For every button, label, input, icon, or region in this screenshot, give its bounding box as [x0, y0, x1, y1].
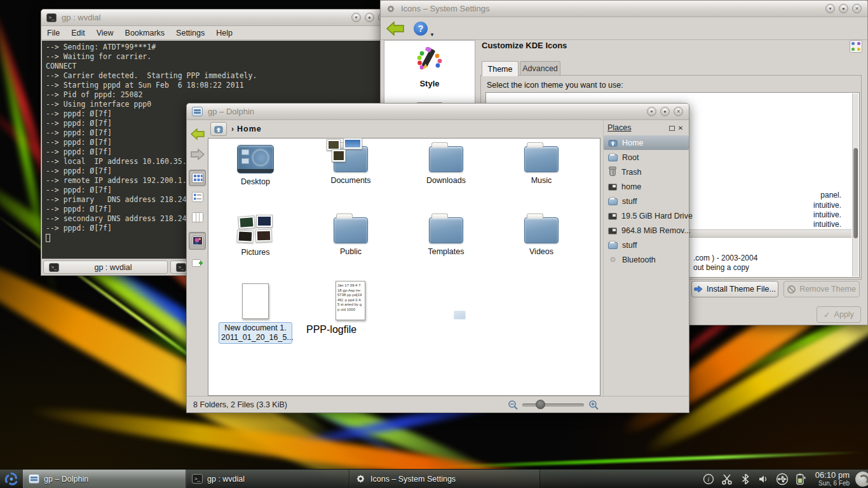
clock-date: Sun, 6 Feb [815, 480, 850, 487]
taskbar-task-wvdial[interactable]: >_ gp : wvdial [186, 470, 349, 488]
folder-item-documents[interactable]: Documents [306, 144, 395, 185]
battery-icon[interactable] [794, 473, 807, 485]
minimize-button[interactable]: ▾ [825, 4, 835, 13]
volume-icon[interactable] [757, 473, 770, 485]
breadcrumb-home-button[interactable] [210, 122, 227, 136]
notifications-info-icon[interactable]: i [702, 473, 715, 485]
folder-item-desktop[interactable]: Desktop [211, 144, 300, 186]
settings-window-title: Icons – System Settings [401, 4, 489, 13]
terminal-tab-icon: >_ [49, 263, 59, 272]
terminal-titlebar[interactable]: >_ gp : wvdial ▾ ● ✕ [41, 10, 393, 26]
folder-icon [608, 198, 618, 205]
install-theme-button[interactable]: Install Theme File... [691, 281, 778, 297]
places-item-stuff[interactable]: stuff [604, 194, 689, 208]
folder-icon [608, 242, 618, 249]
back-arrow-icon [190, 128, 205, 140]
dolphin-window: gp – Dolphin ▾ ● ✕ › Home [186, 103, 689, 413]
minimize-button[interactable]: ▾ [351, 13, 361, 22]
plasma-toolbox-icon[interactable] [855, 471, 868, 487]
help-icon[interactable]: ? [414, 22, 428, 36]
zoom-slider-track[interactable] [522, 403, 584, 407]
desktop-folder-icon [237, 145, 274, 173]
places-item-root[interactable]: Root [604, 150, 689, 165]
terminal-app-icon: >_ [46, 13, 57, 22]
clock[interactable]: 06:10 pm Sun, 6 Feb [815, 471, 850, 487]
dolphin-titlebar[interactable]: gp – Dolphin ▾ ● ✕ [187, 104, 689, 120]
scrollbar-thumb[interactable] [853, 148, 858, 238]
places-item-removable[interactable]: 964.8 MiB Remov... [604, 223, 689, 238]
back-button[interactable] [189, 125, 206, 143]
back-arrow-icon[interactable] [386, 21, 405, 36]
folder-item-pictures[interactable]: Pictures [211, 215, 300, 257]
folder-item-music[interactable]: Music [497, 144, 586, 185]
icons-view-button[interactable] [189, 170, 206, 186]
taskbar-task-dolphin[interactable]: gp – Dolphin [23, 470, 186, 488]
details-view-button[interactable] [189, 189, 206, 205]
folder-item-public[interactable]: Public [306, 215, 395, 256]
places-item-stuff-2[interactable]: stuff [604, 238, 689, 252]
klipper-scissors-icon[interactable] [721, 473, 733, 485]
folder-item-downloads[interactable]: Downloads [402, 144, 491, 185]
dolphin-folder-view[interactable]: Desktop Documents Downloads Music [208, 138, 600, 396]
clock-time: 06:10 pm [815, 471, 850, 480]
zoom-slider-handle[interactable] [536, 400, 545, 409]
preview-icon [192, 236, 203, 246]
taskbar-task-system-settings[interactable]: Icons – System Settings [349, 470, 540, 488]
menu-edit[interactable]: Edit [65, 29, 91, 37]
drive-icon [608, 184, 617, 191]
close-button[interactable]: ✕ [674, 107, 683, 116]
minimize-button[interactable]: ▾ [647, 107, 656, 116]
sidebar-item-style[interactable]: Style [384, 41, 475, 88]
forward-button[interactable] [189, 146, 206, 163]
menu-file[interactable]: File [41, 29, 65, 37]
remove-theme-button[interactable]: Remove Theme [783, 281, 860, 297]
breadcrumb-home[interactable]: Home [237, 125, 262, 133]
home-icon [608, 139, 618, 147]
zoom-out-icon[interactable] [508, 400, 519, 410]
places-item-trash[interactable]: Trash [604, 165, 689, 179]
preview-toggle-button[interactable] [189, 232, 206, 250]
terminal-tab-active[interactable]: >_ gp : wvdial [43, 261, 168, 274]
float-panel-icon[interactable] [669, 126, 675, 131]
menu-help[interactable]: Help [210, 29, 238, 37]
scrollbar[interactable] [852, 93, 858, 276]
terminal-menubar: File Edit View Bookmarks Settings Help [41, 26, 393, 40]
places-item-bluetooth[interactable]: Bluetooth [604, 252, 689, 267]
maximize-button[interactable]: ● [660, 107, 670, 116]
module-overview-icon[interactable] [850, 40, 862, 53]
taskbar: gp – Dolphin >_ gp : wvdial Icons – Syst… [0, 469, 868, 488]
split-view-button[interactable] [189, 255, 206, 271]
dolphin-app-icon [29, 474, 39, 484]
selected-file-label: New document 1. 2011_01_20_16_5... [219, 322, 292, 344]
menu-view[interactable]: View [91, 29, 119, 37]
zoom-in-icon[interactable] [588, 400, 599, 410]
app-launcher-button[interactable] [0, 470, 23, 488]
menu-bookmarks[interactable]: Bookmarks [119, 29, 171, 37]
maximize-button[interactable]: ● [839, 4, 848, 13]
settings-titlebar[interactable]: Icons – System Settings ▾ ● ✕ [381, 1, 867, 17]
folder-item-templates[interactable]: Templates [402, 215, 491, 256]
tab-theme[interactable]: Theme [482, 61, 519, 76]
tab-advanced[interactable]: Advanced [520, 61, 560, 75]
terminal-line: --> Sending: ATDT*99***1# [46, 43, 389, 52]
gear-icon [608, 255, 618, 264]
bluetooth-icon[interactable] [739, 473, 752, 485]
menu-settings[interactable]: Settings [170, 29, 210, 37]
apply-button[interactable]: ✓ Apply [817, 306, 861, 323]
close-panel-icon[interactable]: ✕ [676, 125, 685, 132]
folder-icon [608, 154, 618, 161]
close-button[interactable]: ✕ [852, 4, 862, 13]
theme-description-text: .com ) - 2003-2004 [693, 254, 757, 262]
terminal-line: --> Waiting for carrier. [46, 52, 389, 62]
maximize-button[interactable]: ● [365, 13, 374, 22]
places-item-hard-drive[interactable]: 19.5 GiB Hard Drive [604, 208, 689, 223]
documents-folder-icon [334, 146, 368, 172]
folder-item-videos[interactable]: Videos [497, 215, 586, 256]
theme-list-text: intuitive. [813, 210, 841, 219]
places-item-home[interactable]: Home [604, 135, 689, 150]
columns-view-button[interactable] [189, 209, 206, 226]
sidebar-style-label: Style [384, 79, 475, 88]
places-item-home-partition[interactable]: home [604, 179, 689, 194]
usb-device-icon[interactable] [776, 473, 789, 485]
terminal-line: --> Pid of pppd: 25082 [46, 90, 389, 100]
